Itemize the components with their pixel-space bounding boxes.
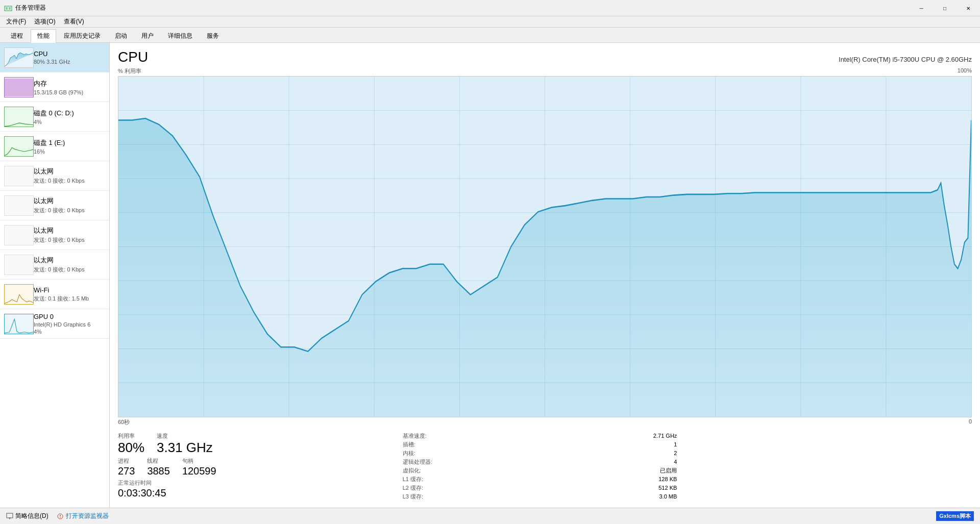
sockets-label: 插槽: <box>403 441 444 448</box>
monitor-icon <box>6 513 13 520</box>
eth2-sidebar-info: 以太网 发送: 0 接收: 0 Kbps <box>34 226 85 244</box>
open-monitor-label[interactable]: 打开资源监视器 <box>66 512 109 520</box>
sidebar-item-wifi[interactable]: Wi-Fi 发送: 0.1 接收: 1.5 Mb <box>0 280 109 309</box>
speed-value: 3.31 GHz <box>157 441 213 454</box>
handles-label: 句柄 <box>182 457 216 465</box>
minimize-button[interactable]: ─ <box>910 0 933 16</box>
sockets-value: 1 <box>674 441 677 447</box>
sockets-row: 插槽: 1 <box>403 441 677 448</box>
eth1-sidebar-info: 以太网 发送: 0 接收: 0 Kbps <box>34 196 85 214</box>
sidebar-item-gpu0[interactable]: GPU 0 Intel(R) HD Graphics 6 4% <box>0 309 109 339</box>
bottombar: 简略信息(D) 打开资源监视器 Gxlcms脚本 <box>0 508 980 524</box>
wifi-sidebar-detail: 发送: 0.1 接收: 1.5 Mb <box>34 295 89 303</box>
stats-grid: 利用率 80% 速度 3.31 GHz 进程 273 线程 38 <box>118 432 972 502</box>
sidebar-item-disk0[interactable]: 磁盘 0 (C: D:) 4% <box>0 102 109 132</box>
logical-row: 逻辑处理器: 4 <box>403 458 677 466</box>
disk0-sidebar-name: 磁盘 0 (C: D:) <box>34 109 74 118</box>
bottombar-left: 简略信息(D) 打开资源监视器 <box>6 512 109 520</box>
cpu-mini-chart <box>4 47 34 68</box>
sidebar-item-eth2[interactable]: 以太网 发送: 0 接收: 0 Kbps <box>0 220 109 250</box>
chart-y-label: % 利用率 <box>118 67 141 75</box>
chart-time-left: 60秒 <box>118 418 130 426</box>
mem-mini-chart <box>4 77 34 97</box>
titlebar: 任务管理器 ─ □ ✕ <box>0 0 980 16</box>
svg-rect-7 <box>5 166 33 186</box>
chart-time-right: 0 <box>969 418 972 426</box>
eth2-mini-chart <box>4 225 34 245</box>
wifi-mini-chart <box>4 284 34 305</box>
close-button[interactable]: ✕ <box>957 0 980 16</box>
uptime-label: 正常运行时间 <box>118 479 393 487</box>
util-speed-row: 利用率 80% 速度 3.31 GHz <box>118 432 393 454</box>
tab-users[interactable]: 用户 <box>135 29 160 42</box>
svg-rect-9 <box>5 226 33 245</box>
svg-rect-33 <box>7 513 13 518</box>
cores-value: 2 <box>674 450 677 456</box>
stat-col-1: 利用率 80% 速度 3.31 GHz 进程 273 线程 38 <box>118 432 403 502</box>
virt-label: 虚拟化: <box>403 467 444 475</box>
svg-rect-8 <box>5 196 33 216</box>
simple-info-button[interactable]: 简略信息(D) <box>6 512 48 520</box>
eth0-sidebar-detail: 发送: 0 接收: 0 Kbps <box>34 177 85 185</box>
stat-col-2: 基准速度: 2.71 GHz 插槽: 1 内核: 2 逻辑处理器: 4 虚拟化: <box>403 432 688 502</box>
disk0-sidebar-detail: 4% <box>34 119 74 125</box>
utilization-stat: 利用率 80% <box>118 432 144 454</box>
l1-value: 128 KB <box>658 476 677 482</box>
l2-value: 512 KB <box>658 485 677 491</box>
eth3-mini-chart <box>4 255 34 275</box>
virt-row: 虚拟化: 已启用 <box>403 467 677 475</box>
eth0-sidebar-name: 以太网 <box>34 167 85 176</box>
wifi-sidebar-info: Wi-Fi 发送: 0.1 接收: 1.5 Mb <box>34 286 89 303</box>
util-label: 利用率 <box>118 432 144 440</box>
disk1-mini-chart <box>4 136 34 157</box>
threads-label: 线程 <box>147 457 170 465</box>
chart-y-label-row: % 利用率 100% <box>118 67 972 75</box>
maximize-button[interactable]: □ <box>933 0 957 16</box>
tab-processes[interactable]: 进程 <box>4 29 30 42</box>
tab-details[interactable]: 详细信息 <box>161 29 199 42</box>
tab-performance[interactable]: 性能 <box>31 29 56 43</box>
tab-app-history[interactable]: 应用历史记录 <box>57 29 107 42</box>
cpu-model-label: Intel(R) Core(TM) i5-7300U CPU @ 2.60GHz <box>839 56 972 65</box>
gpu0-sidebar-name: GPU 0 <box>34 313 90 320</box>
eth1-sidebar-name: 以太网 <box>34 196 85 206</box>
menu-options[interactable]: 选项(O) <box>30 16 59 27</box>
menu-file[interactable]: 文件(F) <box>2 16 30 27</box>
uptime-stat: 正常运行时间 0:03:30:45 <box>118 479 393 498</box>
tabbar: 进程 性能 应用历史记录 启动 用户 详细信息 服务 <box>0 28 980 43</box>
speed-stat: 速度 3.31 GHz <box>157 432 213 454</box>
threads-stat: 线程 3885 <box>147 457 170 476</box>
sidebar: CPU 80% 3.31 GHz 内存 15.3/15.8 GB (97%) <box>0 43 110 508</box>
eth1-mini-chart <box>4 195 34 216</box>
page-title: CPU <box>118 49 148 65</box>
proc-threads-handles-row: 进程 273 线程 3885 句柄 120599 <box>118 457 393 476</box>
open-monitor-icon <box>57 513 64 520</box>
tab-services[interactable]: 服务 <box>200 29 226 42</box>
l2-label: L2 缓存: <box>403 484 444 492</box>
l3-row: L3 缓存: 3.0 MB <box>403 493 677 501</box>
svg-rect-2 <box>9 7 11 10</box>
eth0-sidebar-info: 以太网 发送: 0 接收: 0 Kbps <box>34 167 85 185</box>
sidebar-item-eth1[interactable]: 以太网 发送: 0 接收: 0 Kbps <box>0 191 109 220</box>
sidebar-item-disk1[interactable]: 磁盘 1 (E:) 16% <box>0 132 109 161</box>
processes-stat: 进程 273 <box>118 457 135 476</box>
threads-value: 3885 <box>147 466 170 476</box>
base-speed-label: 基准速度: <box>403 432 444 440</box>
gpu0-sidebar-detail1: Intel(R) HD Graphics 6 <box>34 321 90 328</box>
sidebar-item-eth0[interactable]: 以太网 发送: 0 接收: 0 Kbps <box>0 161 109 191</box>
sidebar-item-cpu[interactable]: CPU 80% 3.31 GHz <box>0 43 109 72</box>
menu-view[interactable]: 查看(V) <box>60 16 88 27</box>
sidebar-item-memory[interactable]: 内存 15.3/15.8 GB (97%) <box>0 72 109 102</box>
open-monitor-button[interactable]: 打开资源监视器 <box>57 512 109 520</box>
menubar: 文件(F) 选项(O) 查看(V) <box>0 16 980 28</box>
tab-startup[interactable]: 启动 <box>108 29 134 42</box>
l1-label: L1 缓存: <box>403 476 444 483</box>
app-title: 任务管理器 <box>15 4 46 12</box>
cpu-chart <box>118 76 972 417</box>
gpu0-sidebar-detail2: 4% <box>34 329 90 335</box>
eth0-mini-chart <box>4 166 34 186</box>
handles-value: 120599 <box>182 466 216 476</box>
sidebar-item-eth3[interactable]: 以太网 发送: 0 接收: 0 Kbps <box>0 250 109 280</box>
eth2-sidebar-detail: 发送: 0 接收: 0 Kbps <box>34 236 85 244</box>
svg-rect-4 <box>5 78 33 96</box>
